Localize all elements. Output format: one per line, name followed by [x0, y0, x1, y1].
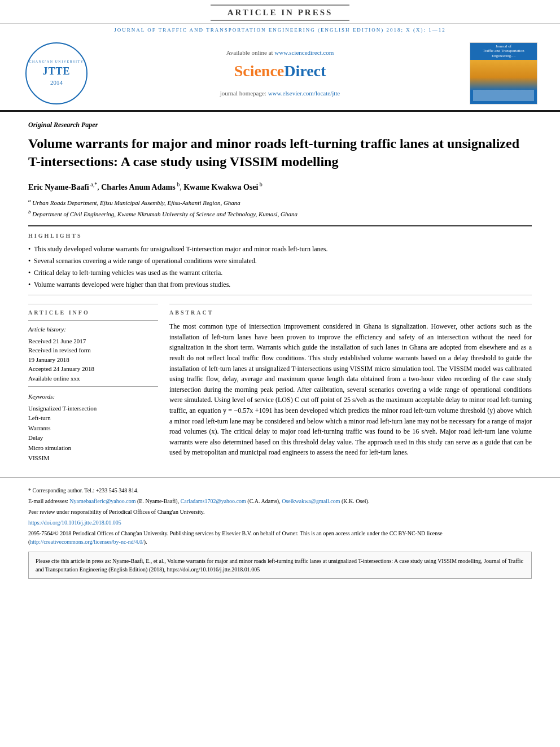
abstract-section: ABSTRACT The most common type of interse…: [169, 304, 532, 458]
journal-cover-top: Journal ofTraffic and TransportationEngi…: [470, 43, 537, 60]
logo-year: 2014: [29, 78, 84, 87]
history-label: Article history:: [28, 325, 158, 334]
email1-link[interactable]: Nyamebaafieric@yahoo.com: [69, 498, 135, 504]
abstract-label: ABSTRACT: [169, 309, 532, 317]
doi-link[interactable]: https://doi.org/10.1016/j.jtte.2018.01.0…: [28, 519, 121, 526]
corresponding-author: * Corresponding author. Tel.: +233 545 3…: [28, 486, 532, 495]
keywords-label: Keywords:: [28, 392, 158, 401]
cover-image-overlay: [473, 90, 534, 101]
keyword-3: Warrants: [28, 423, 158, 434]
peer-review-note: Peer review under responsibility of Peri…: [28, 508, 532, 516]
highlight-2: Several scenarios covering a wide range …: [28, 256, 532, 266]
header-left: CHANG'AN UNIVERSITY JTTE 2014: [11, 42, 102, 104]
author-2-sup: b: [176, 181, 180, 187]
highlight-4: Volume warrants developed were higher th…: [28, 280, 532, 290]
license-link[interactable]: http://creativecommons.org/licenses/by-n…: [30, 539, 143, 545]
affiliations: a Urban Roads Department, Ejisu Municipa…: [28, 197, 532, 219]
journal-title-text: JOURNAL OF TRAFFIC AND TRANSPORTATION EN…: [114, 27, 445, 33]
affiliation-2: b Department of Civil Engineering, Kwame…: [28, 208, 532, 219]
copyright-line: 2095-7564/© 2018 Periodical Offices of C…: [28, 529, 532, 546]
keyword-2: Left-turn: [28, 413, 158, 423]
keyword-6: VISSIM: [28, 453, 158, 464]
author-3-name: Kwame Kwakwa Osei: [183, 182, 258, 191]
affiliation-1: a Urban Roads Department, Ejisu Municipa…: [28, 197, 532, 207]
journal-title-bar: JOURNAL OF TRAFFIC AND TRANSPORTATION EN…: [0, 24, 560, 37]
footer-section: * Corresponding author. Tel.: +233 545 3…: [0, 477, 560, 584]
highlights-section: HIGHLIGHTS This study developed volume w…: [28, 232, 532, 289]
author-1-name: Eric Nyame-Baafi: [28, 182, 89, 191]
keyword-5: Micro simulation: [28, 443, 158, 453]
header-section: CHANG'AN UNIVERSITY JTTE 2014 Available …: [0, 37, 560, 112]
elsevier-url[interactable]: www.elsevier.com/locate/jtte: [268, 90, 340, 97]
journal-cover-top-text: Journal ofTraffic and TransportationEngi…: [481, 44, 526, 58]
doi-line: https://doi.org/10.1016/j.jtte.2018.01.0…: [28, 518, 532, 527]
authors-line: Eric Nyame-Baafi a,*, Charles Anum Adams…: [28, 181, 532, 193]
revised-label: Received in revised form: [28, 346, 158, 355]
author-1-sup: a,*: [89, 181, 97, 187]
email3-link[interactable]: Oseikwakwa@gmail.com: [282, 498, 340, 504]
jtte-logo: CHANG'AN UNIVERSITY JTTE 2014: [25, 42, 88, 104]
keyword-1: Unsignalized T-intersection: [28, 404, 158, 414]
paper-title: Volume warrants for major and minor road…: [28, 135, 532, 170]
header-right: Journal ofTraffic and TransportationEngi…: [458, 42, 549, 104]
sciencedirect-url[interactable]: www.sciencedirect.com: [274, 49, 334, 56]
accepted-date: Accepted 24 January 2018: [28, 364, 158, 374]
highlight-3: Critical delay to left-turning vehicles …: [28, 268, 532, 278]
cite-box: Please cite this article in press as: Ny…: [28, 552, 532, 579]
journal-cover-thumbnail: Journal ofTraffic and TransportationEngi…: [470, 42, 537, 104]
article-info-label: ARTICLE INFO: [28, 309, 158, 317]
author-3-sup: b: [258, 181, 262, 187]
article-in-press-banner: ARTICLE IN PRESS: [0, 0, 560, 24]
paper-type-label: Original Research Paper: [28, 120, 532, 130]
highlight-1: This study developed volume warrants for…: [28, 244, 532, 254]
divider-after-highlights: [28, 295, 532, 295]
sd-science: Science: [234, 62, 285, 80]
sciencedirect-logo: ScienceDirect: [234, 60, 326, 82]
header-center: Available online at www.sciencedirect.co…: [102, 42, 458, 104]
paper-section: Original Research Paper Volume warrants …: [0, 112, 560, 472]
email-addresses: E-mail addresses: Nyamebaafieric@yahoo.c…: [28, 497, 532, 505]
revised-date: 19 January 2018: [28, 355, 158, 365]
article-info-column: ARTICLE INFO Article history: Received 2…: [28, 304, 158, 463]
received-date: Received 21 June 2017: [28, 337, 158, 346]
available-online: Available online xxx: [28, 374, 158, 383]
email2-link[interactable]: Carladams1702@yahoo.com: [181, 498, 246, 504]
journal-cover-image: [470, 60, 537, 104]
author-2-name: Charles Anum Adams: [101, 182, 175, 191]
sd-direct: Direct: [284, 62, 326, 80]
available-online: Available online at www.sciencedirect.co…: [226, 49, 334, 57]
article-info-section: ARTICLE INFO Article history: Received 2…: [28, 304, 158, 463]
keyword-4: Delay: [28, 433, 158, 443]
article-in-press-text: ARTICLE IN PRESS: [211, 5, 350, 21]
abstract-column: ABSTRACT The most common type of interse…: [169, 304, 532, 463]
abstract-text: The most common type of intersection imp…: [169, 321, 532, 458]
journal-homepage: journal homepage: www.elsevier.com/locat…: [220, 89, 340, 98]
logo-arc-top: CHANG'AN UNIVERSITY: [29, 59, 84, 64]
highlights-label: HIGHLIGHTS: [28, 232, 532, 240]
logo-text: JTTE: [29, 64, 84, 78]
divider-thick: [28, 225, 532, 226]
two-column-section: ARTICLE INFO Article history: Received 2…: [28, 304, 532, 463]
